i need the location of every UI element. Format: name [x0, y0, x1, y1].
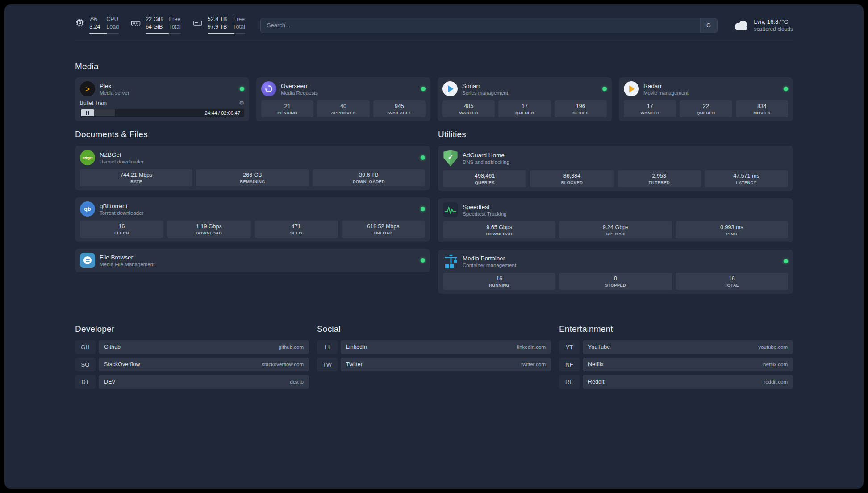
- stat-label: PENDING: [262, 110, 313, 115]
- bookmark-abbr: NF: [559, 358, 580, 371]
- app-description: DNS and adblocking: [463, 159, 509, 165]
- stat-value: 17: [499, 103, 550, 109]
- bookmark-netflix[interactable]: NF Netflix netflix.com: [559, 358, 793, 371]
- bookmark-abbr: TW: [317, 358, 338, 371]
- stat-pending: 21 PENDING: [261, 100, 313, 117]
- nzbget-icon: nzbget: [80, 150, 95, 165]
- section-documents: Documents & Files nzbget NZBGet Usenet d…: [75, 130, 430, 279]
- stat-value: 39.6 TB: [313, 172, 424, 178]
- stat-label: BLOCKED: [531, 180, 613, 185]
- weather-condition: scattered clouds: [754, 26, 793, 32]
- app-card-filebrowser[interactable]: File Browser Media File Management: [75, 249, 430, 272]
- memory-total: 64 GiB: [146, 24, 163, 31]
- stat-label: RATE: [81, 179, 192, 184]
- app-name: NZBGet: [100, 151, 144, 158]
- bookmark-domain: youtube.com: [758, 344, 788, 350]
- bookmark-group-social: Social LI LinkedIn linkedin.com TW Twitt…: [317, 324, 551, 393]
- cpu-load-label: Load: [106, 24, 119, 31]
- memory-total-label: Total: [169, 24, 180, 31]
- disk-usage-fill: [208, 33, 234, 34]
- app-card-nzbget[interactable]: nzbget NZBGet Usenet downloader 744.21 M…: [75, 146, 430, 190]
- bookmark-youtube[interactable]: YT YouTube youtube.com: [559, 340, 793, 354]
- app-card-portainer[interactable]: Media Portainer Container management 16 …: [438, 250, 793, 294]
- radarr-icon: [624, 81, 639, 96]
- status-dot: [784, 259, 788, 263]
- pause-button[interactable]: [81, 109, 94, 116]
- app-card-adguard[interactable]: ✓ AdGuard Home DNS and adblocking 498,46…: [438, 146, 793, 191]
- app-description: Container management: [463, 263, 516, 268]
- media-player-bar: 24:44 / 02:06:47: [80, 109, 244, 117]
- stat-label: APPROVED: [318, 110, 368, 115]
- stat-filtered: 2,953 FILTERED: [618, 170, 701, 187]
- stat-label: DOWNLOAD: [168, 230, 250, 235]
- bookmark-dev[interactable]: DT DEV dev.to: [75, 375, 309, 389]
- stat-label: RUNNING: [444, 283, 555, 288]
- stat-queries: 498,461 QUERIES: [443, 170, 526, 187]
- disk-widget: 52.4 TB 97.9 TB Free Total: [192, 16, 245, 34]
- bookmark-abbr: GH: [75, 340, 96, 354]
- settings-gear-icon[interactable]: ⚙: [239, 100, 244, 106]
- app-name: Media Portainer: [463, 255, 516, 262]
- playback-progress-track[interactable]: [94, 109, 201, 116]
- stat-value: 471: [255, 223, 337, 230]
- search-input[interactable]: [261, 22, 700, 29]
- stat-movies: 834 MOVIES: [736, 100, 788, 117]
- memory-ram-icon: [130, 18, 141, 29]
- section-title-documents: Documents & Files: [75, 130, 430, 139]
- memory-usage-fill: [146, 33, 169, 34]
- bookmark-reddit[interactable]: RE Reddit reddit.com: [559, 375, 793, 389]
- memory-widget: 22 GiB 64 GiB Free Total: [130, 16, 181, 34]
- bookmark-domain: linkedin.com: [517, 344, 546, 350]
- bookmark-twitter[interactable]: TW Twitter twitter.com: [317, 358, 551, 371]
- app-card-qbittorrent[interactable]: qb qBittorrent Torrent downloader 16 LEE…: [75, 197, 430, 242]
- sonarr-icon: [442, 81, 458, 96]
- stat-queued: 22 QUEUED: [680, 100, 732, 117]
- dashboard: 7% 3.24 CPU Load: [4, 4, 864, 489]
- app-card-sonarr[interactable]: Sonarr Series management 485 WANTED 17 Q…: [438, 77, 612, 121]
- bookmark-linkedin[interactable]: LI LinkedIn linkedin.com: [317, 340, 551, 354]
- bookmark-stackoverflow[interactable]: SO StackOverflow stackoverflow.com: [75, 358, 309, 371]
- app-card-radarr[interactable]: Radarr Movie management 17 WANTED 22 QUE…: [619, 77, 793, 121]
- weather-widget: Lviv, 16.87°C scattered clouds: [733, 18, 793, 32]
- stat-value: 266 GB: [197, 172, 308, 178]
- bookmark-domain: netflix.com: [763, 362, 788, 367]
- status-dot: [240, 87, 244, 91]
- stat-value: 0: [560, 276, 671, 282]
- app-card-plex[interactable]: > Plex Media server Bullet Train ⚙: [75, 77, 249, 121]
- stat-label: WANTED: [443, 110, 494, 115]
- bookmark-name: Github: [104, 344, 121, 350]
- app-description: Series management: [462, 90, 508, 96]
- stat-remaining: 266 GB REMAINING: [196, 169, 309, 186]
- stat-value: 47.571 ms: [705, 173, 787, 179]
- stat-value: 196: [555, 103, 606, 109]
- status-dot: [602, 87, 607, 91]
- stat-value: 9.24 Gbps: [560, 224, 671, 230]
- overseerr-icon: [261, 81, 276, 96]
- filebrowser-icon: [80, 253, 95, 268]
- stat-value: 498,461: [444, 173, 526, 179]
- app-card-overseerr[interactable]: Overseerr Media Requests 21 PENDING 40 A…: [256, 77, 430, 121]
- stat-label: PING: [676, 231, 787, 236]
- bookmark-domain: github.com: [279, 344, 304, 350]
- stat-value: 485: [443, 103, 494, 109]
- stat-label: WANTED: [625, 110, 675, 115]
- speedtest-icon: [443, 202, 458, 217]
- section-title-social: Social: [317, 324, 551, 334]
- bookmark-github[interactable]: GH Github github.com: [75, 340, 309, 354]
- app-description: Media Requests: [281, 90, 318, 96]
- bookmark-group-entertainment: Entertainment YT YouTube youtube.com NF …: [559, 324, 793, 393]
- stat-label: FILTERED: [618, 180, 700, 185]
- memory-free: 22 GiB: [146, 16, 163, 23]
- section-title-utilities: Utilities: [438, 130, 793, 139]
- stat-value: 945: [374, 103, 425, 109]
- stat-rate: 744.21 Mbps RATE: [80, 169, 192, 186]
- app-card-speedtest[interactable]: Speedtest Speedtest Tracking 9.65 Gbps D…: [438, 198, 793, 242]
- app-description: Speedtest Tracking: [463, 211, 506, 217]
- stat-label: UPLOAD: [342, 230, 424, 235]
- stat-label: UPLOAD: [560, 231, 671, 236]
- stat-value: 40: [318, 103, 368, 109]
- app-description: Movie management: [643, 90, 689, 96]
- stat-upload: 9.24 Gbps UPLOAD: [559, 221, 672, 238]
- stat-label: QUEUED: [680, 110, 731, 115]
- search-provider-button[interactable]: G: [700, 18, 717, 33]
